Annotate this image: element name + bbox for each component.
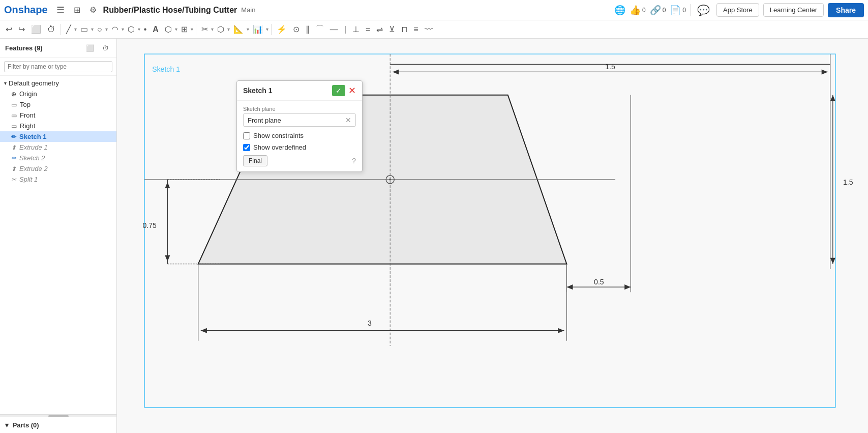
sidebar-history-icon[interactable]: ⏱ xyxy=(100,43,111,53)
point-tool[interactable]: • xyxy=(141,23,149,36)
show-overdefined-checkbox[interactable] xyxy=(243,144,250,151)
sidebar-header: Features (9) ⬜ ⏱ xyxy=(0,39,116,58)
canvas-area[interactable]: Sketch 1 ✓ ✕ Sketch plane Front plane ✕ … xyxy=(117,39,868,433)
feature-tree-icon[interactable]: ⊞ xyxy=(71,4,83,16)
sidebar-filter-input[interactable] xyxy=(4,61,112,72)
midpoint-constraint[interactable]: ⊻ xyxy=(386,23,398,36)
tree-item-top[interactable]: ▭ Top xyxy=(0,99,116,110)
sketch-svg[interactable]: Sketch 1 3 xyxy=(117,39,868,433)
learning-center-btn[interactable]: Learning Center xyxy=(763,3,824,17)
origin-label: Origin xyxy=(19,90,37,98)
redo-btn[interactable]: ↪ xyxy=(16,23,27,36)
sketch2-label: Sketch 2 xyxy=(19,154,45,162)
export-tool[interactable]: 📊▾ xyxy=(250,23,268,36)
vertical-constraint[interactable]: | xyxy=(342,23,349,36)
perpendicular-constraint[interactable]: ⊥ xyxy=(350,23,362,36)
equal-constraint[interactable]: = xyxy=(363,23,373,36)
toolbar-sep-2 xyxy=(196,24,196,35)
link-btn[interactable]: 🔗 0 xyxy=(650,5,666,16)
origin-icon: ⊕ xyxy=(11,91,16,98)
dim-top-arrow-left xyxy=(393,69,399,74)
front-plane-icon: ▭ xyxy=(11,112,17,119)
sidebar-header-icons: ⬜ ⏱ xyxy=(83,43,111,53)
trim-tool[interactable]: ✂▾ xyxy=(199,23,214,36)
concentric-constraint[interactable]: ⊙ xyxy=(290,23,302,36)
dim-br-arrow-right xyxy=(624,284,631,290)
sketch-plane-value: Front plane xyxy=(248,117,281,124)
doc-btn[interactable]: 📄 0 xyxy=(670,5,686,16)
dim-br-arrow-left xyxy=(566,284,573,290)
dim-bottom-arrow-left xyxy=(201,328,207,333)
coincident-constraint[interactable]: ⚡ xyxy=(274,23,289,36)
sketch-accept-button[interactable]: ✓ xyxy=(332,85,345,96)
save-btn[interactable]: ⬜ xyxy=(28,23,44,36)
parallel-constraint[interactable]: ∥ xyxy=(303,23,312,36)
show-constraints-row[interactable]: Show constraints xyxy=(243,132,356,139)
tree-item-origin[interactable]: ⊕ Origin xyxy=(0,89,116,99)
horizontal-constraint[interactable]: — xyxy=(327,23,341,36)
text-tool[interactable]: A xyxy=(150,23,161,36)
undo-btn[interactable]: ↩ xyxy=(3,23,15,36)
center-dot xyxy=(389,179,391,181)
chat-icon-btn[interactable]: 💬 xyxy=(695,3,712,18)
sidebar-tree: ▾ Default geometry ⊕ Origin ▭ Top ▭ Fron… xyxy=(0,76,116,414)
parts-section: ▾ Parts (0) xyxy=(0,417,116,433)
brand-logo: Onshape xyxy=(4,4,48,16)
tree-item-extrude1[interactable]: ⬆ Extrude 1 xyxy=(0,142,116,153)
like-btn[interactable]: 👍 0 xyxy=(630,5,646,16)
extrude2-label: Extrude 2 xyxy=(19,165,48,172)
default-geometry-header[interactable]: ▾ Default geometry xyxy=(0,78,116,89)
poly-tool[interactable]: ⬡▾ xyxy=(125,23,140,36)
tree-item-front[interactable]: ▭ Front xyxy=(0,110,116,121)
sketch-plane-label: Sketch plane xyxy=(243,106,356,112)
show-overdefined-label: Show overdefined xyxy=(253,143,306,151)
circle-tool[interactable]: ○▾ xyxy=(95,23,108,36)
tangent-constraint[interactable]: ⌒ xyxy=(313,22,326,36)
toolbar-sep-3 xyxy=(271,24,272,35)
show-constraints-checkbox[interactable] xyxy=(243,132,250,139)
help-icon[interactable]: ? xyxy=(352,157,356,165)
sketch-panel-actions: ✓ ✕ xyxy=(332,85,356,96)
dimension-tool[interactable]: 📐▾ xyxy=(231,23,249,36)
offset-tool[interactable]: ⬡▾ xyxy=(162,23,177,36)
tools-icon[interactable]: ⚙ xyxy=(87,4,99,16)
dim-side-arrow-bot xyxy=(830,258,835,264)
wavy-line[interactable]: 〰 xyxy=(422,23,435,36)
sketch-reject-button[interactable]: ✕ xyxy=(348,85,356,96)
tree-item-extrude2[interactable]: ⬆ Extrude 2 xyxy=(0,163,116,174)
tree-item-right[interactable]: ▭ Right xyxy=(0,121,116,131)
pierce-constraint[interactable]: ≡ xyxy=(411,23,421,36)
arc-tool[interactable]: ◠▾ xyxy=(109,23,124,36)
right-plane-icon: ▭ xyxy=(11,123,17,130)
title-area: Rubber/Plastic Hose/Tubing Cutter Main xyxy=(103,6,355,15)
extrude1-icon: ⬆ xyxy=(11,144,16,151)
final-button[interactable]: Final xyxy=(243,155,267,166)
tree-item-sketch1[interactable]: ✏ Sketch 1 xyxy=(0,131,116,142)
default-geometry-label: Default geometry xyxy=(9,79,59,87)
sketch-plane-field[interactable]: Front plane ✕ xyxy=(243,113,356,127)
extrude2-icon: ⬆ xyxy=(11,165,16,172)
sidebar-list-icon[interactable]: ⬜ xyxy=(83,43,97,53)
app-store-btn[interactable]: App Store xyxy=(716,3,759,17)
fix-constraint[interactable]: ⊓ xyxy=(399,23,410,36)
line-tool[interactable]: ╱▾ xyxy=(64,23,77,36)
show-overdefined-row[interactable]: Show overdefined xyxy=(243,143,356,151)
split1-icon: ✂ xyxy=(11,176,16,183)
share-button[interactable]: Share xyxy=(828,3,864,17)
sketch1-label: Sketch 1 xyxy=(19,133,46,140)
tree-item-sketch2[interactable]: ✏ Sketch 2 xyxy=(0,153,116,163)
dim-left-arrow-bot xyxy=(165,255,170,262)
sidebar-filter-area xyxy=(0,58,116,76)
split1-label: Split 1 xyxy=(19,176,38,183)
sketch-plane-clear-btn[interactable]: ✕ xyxy=(345,116,351,124)
tree-item-split1[interactable]: ✂ Split 1 xyxy=(0,174,116,185)
show-constraints-label: Show constraints xyxy=(253,132,304,139)
pattern-tool[interactable]: ⊞▾ xyxy=(178,23,193,36)
globe-icon-btn[interactable]: 🌐 xyxy=(614,5,625,16)
default-geometry-group: ▾ Default geometry ⊕ Origin ▭ Top ▭ Fron… xyxy=(0,78,116,131)
hamburger-menu[interactable]: ☰ xyxy=(54,3,67,17)
symmetric-constraint[interactable]: ⇌ xyxy=(374,23,385,36)
history-btn[interactable]: ⏱ xyxy=(45,23,58,36)
rect-tool[interactable]: ▭▾ xyxy=(78,23,94,36)
mirror-tool[interactable]: ⬡▾ xyxy=(215,23,230,36)
